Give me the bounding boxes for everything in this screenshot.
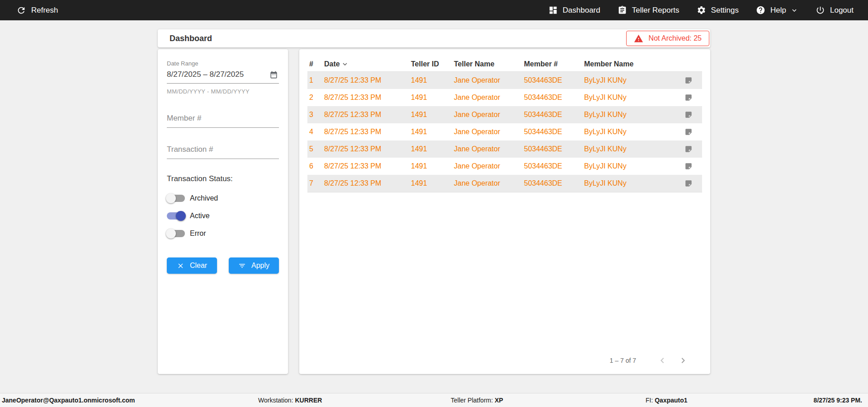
row-member-name: ByLyJI KUNy [582, 179, 675, 187]
refresh-icon [16, 5, 26, 15]
filter-panel: Date Range 8/27/2025 – 8/27/2025 MM/DD/Y… [158, 49, 288, 374]
row-member-num: 5034463DE [522, 76, 582, 84]
row-teller-name: Jane Operator [452, 162, 522, 170]
nav-logout[interactable]: Logout [816, 5, 854, 15]
table-row[interactable]: 5 8/27/25 12:33 PM 1491 Jane Operator 50… [307, 140, 702, 158]
pagination: 1 – 7 of 7 [610, 355, 689, 366]
calendar-icon[interactable] [269, 70, 278, 79]
table-row[interactable]: 6 8/27/25 12:33 PM 1491 Jane Operator 50… [307, 158, 702, 175]
next-page-icon[interactable] [678, 355, 689, 366]
refresh-label: Refresh [31, 6, 58, 15]
row-num: 7 [307, 179, 322, 187]
row-date: 8/27/25 12:33 PM [322, 162, 409, 170]
col-teller-id: Teller ID [409, 60, 452, 68]
row-teller-name: Jane Operator [452, 179, 522, 187]
topbar-nav: Dashboard Teller Reports Settings Help [548, 5, 854, 15]
row-date: 8/27/25 12:33 PM [322, 145, 409, 153]
nav-settings-label: Settings [711, 6, 739, 15]
close-icon [177, 262, 184, 270]
note-icon[interactable] [684, 179, 693, 187]
nav-teller-reports-label: Teller Reports [632, 6, 679, 15]
nav-settings[interactable]: Settings [697, 5, 739, 15]
row-teller-name: Jane Operator [452, 145, 522, 153]
table-row[interactable]: 7 8/27/25 12:33 PM 1491 Jane Operator 50… [307, 175, 702, 192]
row-member-name: ByLyJI KUNy [582, 162, 675, 170]
help-icon [756, 5, 765, 15]
toggle-active-switch[interactable] [167, 212, 185, 220]
fi-label: FI: [646, 397, 655, 404]
row-date: 8/27/25 12:33 PM [322, 128, 409, 136]
row-teller-name: Jane Operator [452, 76, 522, 84]
status-datetime: 8/27/25 9:23 PM. [814, 397, 862, 404]
apply-button[interactable]: Apply [229, 257, 279, 274]
transaction-status-label: Transaction Status: [167, 174, 279, 183]
row-teller-id: 1491 [409, 128, 452, 136]
note-icon[interactable] [684, 128, 693, 136]
clipboard-report-icon [618, 5, 627, 15]
nav-teller-reports[interactable]: Teller Reports [618, 5, 679, 15]
gear-icon [697, 5, 706, 15]
row-num: 3 [307, 111, 322, 119]
nav-help[interactable]: Help [756, 5, 798, 15]
row-actions [675, 76, 702, 84]
note-icon[interactable] [684, 94, 693, 102]
page-header-card: Dashboard Not Archived: 25 [158, 29, 710, 47]
toggle-error[interactable]: Error [167, 229, 279, 238]
toggle-error-label: Error [190, 229, 206, 238]
results-panel: # Date Teller ID Teller Name Member # Me… [299, 49, 710, 374]
prev-page-icon[interactable] [657, 355, 668, 366]
page-title: Dashboard [170, 34, 212, 43]
fi-info: FI: Qaxpauto1 [646, 397, 688, 404]
toggle-active[interactable]: Active [167, 212, 279, 220]
row-actions [675, 128, 702, 136]
nav-dashboard[interactable]: Dashboard [548, 5, 600, 15]
member-number-input[interactable] [167, 111, 279, 128]
row-actions [675, 162, 702, 170]
workstation-info: Workstation: KURRER [258, 397, 322, 404]
clear-button[interactable]: Clear [167, 257, 217, 274]
row-num: 1 [307, 76, 322, 84]
col-date-label: Date [324, 60, 340, 68]
note-icon[interactable] [684, 162, 693, 170]
table-row[interactable]: 3 8/27/25 12:33 PM 1491 Jane Operator 50… [307, 106, 702, 123]
filter-icon [238, 262, 246, 270]
toggle-error-switch[interactable] [167, 230, 185, 237]
teller-platform-label: Teller Platform: [451, 397, 495, 404]
note-icon[interactable] [684, 145, 693, 153]
filter-buttons: Clear Apply [167, 257, 279, 274]
toggle-active-label: Active [190, 212, 210, 220]
row-teller-id: 1491 [409, 179, 452, 187]
teller-platform-value: XP [495, 397, 503, 404]
row-member-name: ByLyJI KUNy [582, 145, 675, 153]
sort-desc-icon [341, 60, 349, 68]
row-member-name: ByLyJI KUNy [582, 76, 675, 84]
row-date: 8/27/25 12:33 PM [322, 76, 409, 84]
note-icon[interactable] [684, 76, 693, 84]
row-date: 8/27/25 12:33 PM [322, 179, 409, 187]
row-actions [675, 179, 702, 187]
date-range-input[interactable]: 8/27/2025 – 8/27/2025 [167, 67, 279, 84]
row-teller-name: Jane Operator [452, 111, 522, 119]
not-archived-label: Not Archived: 25 [649, 34, 702, 42]
fi-value: Qaxpauto1 [655, 397, 687, 404]
note-icon[interactable] [684, 111, 693, 119]
row-actions [675, 111, 702, 119]
row-date: 8/27/25 12:33 PM [322, 94, 409, 102]
toggle-archived-switch[interactable] [167, 195, 185, 202]
transaction-number-input[interactable] [167, 142, 279, 159]
row-member-num: 5034463DE [522, 111, 582, 119]
col-date[interactable]: Date [322, 60, 409, 68]
table-row[interactable]: 4 8/27/25 12:33 PM 1491 Jane Operator 50… [307, 123, 702, 140]
table-row[interactable]: 1 8/27/25 12:33 PM 1491 Jane Operator 50… [307, 72, 702, 89]
warning-icon [634, 34, 643, 43]
toggle-archived[interactable]: Archived [167, 194, 279, 202]
power-icon [816, 5, 825, 15]
row-member-name: ByLyJI KUNy [582, 128, 675, 136]
toggle-archived-label: Archived [190, 194, 218, 202]
not-archived-badge[interactable]: Not Archived: 25 [626, 31, 709, 46]
dashboard-icon [548, 5, 558, 15]
refresh-button[interactable]: Refresh [16, 5, 58, 15]
row-member-num: 5034463DE [522, 94, 582, 102]
table-body: 1 8/27/25 12:33 PM 1491 Jane Operator 50… [307, 72, 702, 192]
table-row[interactable]: 2 8/27/25 12:33 PM 1491 Jane Operator 50… [307, 89, 702, 106]
